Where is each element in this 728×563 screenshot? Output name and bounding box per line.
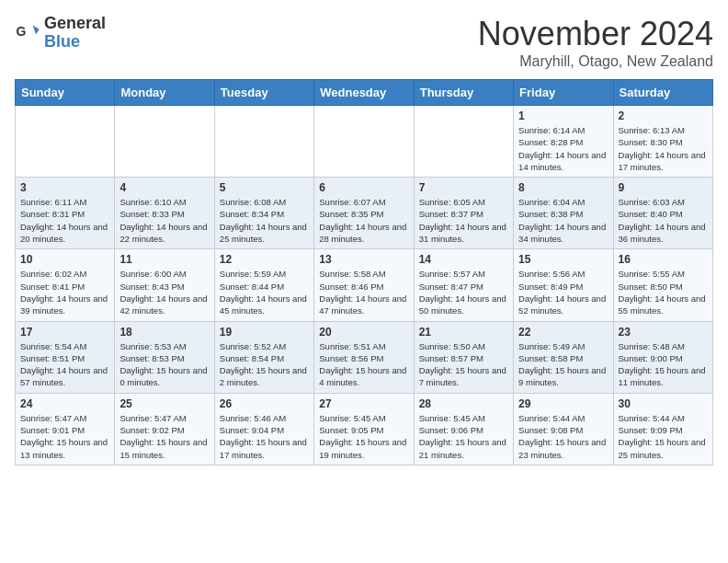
calendar-cell: 24Sunrise: 5:47 AM Sunset: 9:01 PM Dayli…: [16, 393, 115, 465]
day-info: Sunrise: 6:13 AM Sunset: 8:30 PM Dayligh…: [619, 124, 708, 173]
calendar-cell: 30Sunrise: 5:44 AM Sunset: 9:09 PM Dayli…: [613, 393, 712, 465]
day-info: Sunrise: 5:47 AM Sunset: 9:01 PM Dayligh…: [20, 412, 109, 461]
calendar-cell: [115, 106, 214, 178]
day-number: 23: [619, 326, 708, 339]
day-info: Sunrise: 5:57 AM Sunset: 8:47 PM Dayligh…: [419, 268, 508, 316]
day-info: Sunrise: 5:56 AM Sunset: 8:49 PM Dayligh…: [518, 268, 608, 316]
day-info: Sunrise: 6:10 AM Sunset: 8:33 PM Dayligh…: [119, 196, 209, 245]
calendar-cell: 4Sunrise: 6:10 AM Sunset: 8:33 PM Daylig…: [115, 178, 214, 249]
day-number: 10: [20, 253, 109, 266]
day-info: Sunrise: 6:03 AM Sunset: 8:40 PM Dayligh…: [619, 196, 708, 245]
day-info: Sunrise: 5:51 AM Sunset: 8:56 PM Dayligh…: [319, 340, 408, 389]
month-title: November 2024: [478, 15, 713, 53]
day-number: 24: [20, 397, 109, 410]
day-info: Sunrise: 6:08 AM Sunset: 8:34 PM Dayligh…: [220, 196, 309, 245]
day-number: 25: [119, 397, 209, 410]
day-info: Sunrise: 5:48 AM Sunset: 9:00 PM Dayligh…: [619, 340, 708, 389]
day-number: 22: [518, 326, 608, 339]
day-info: Sunrise: 5:52 AM Sunset: 8:54 PM Dayligh…: [220, 340, 309, 389]
calendar-cell: [314, 106, 414, 178]
day-number: 5: [220, 181, 309, 194]
day-info: Sunrise: 5:49 AM Sunset: 8:58 PM Dayligh…: [518, 340, 608, 389]
day-info: Sunrise: 5:50 AM Sunset: 8:57 PM Dayligh…: [419, 340, 508, 389]
day-number: 7: [419, 181, 508, 194]
calendar-cell: [16, 106, 115, 178]
calendar-week-2: 3Sunrise: 6:11 AM Sunset: 8:31 PM Daylig…: [16, 178, 713, 249]
header-monday: Monday: [115, 80, 214, 106]
calendar-cell: 28Sunrise: 5:45 AM Sunset: 9:06 PM Dayli…: [414, 393, 513, 465]
calendar-cell: 20Sunrise: 5:51 AM Sunset: 8:56 PM Dayli…: [314, 321, 414, 393]
calendar-cell: 19Sunrise: 5:52 AM Sunset: 8:54 PM Dayli…: [214, 321, 313, 393]
day-info: Sunrise: 6:02 AM Sunset: 8:41 PM Dayligh…: [20, 268, 109, 316]
logo-line2: Blue: [44, 33, 106, 52]
day-number: 15: [518, 253, 608, 266]
calendar-table: SundayMondayTuesdayWednesdayThursdayFrid…: [15, 79, 713, 465]
header-tuesday: Tuesday: [214, 80, 313, 106]
day-info: Sunrise: 6:07 AM Sunset: 8:35 PM Dayligh…: [319, 196, 408, 245]
day-info: Sunrise: 5:53 AM Sunset: 8:53 PM Dayligh…: [119, 340, 209, 389]
calendar-cell: 29Sunrise: 5:44 AM Sunset: 9:08 PM Dayli…: [514, 393, 613, 465]
calendar-week-4: 17Sunrise: 5:54 AM Sunset: 8:51 PM Dayli…: [16, 321, 713, 393]
calendar-cell: 18Sunrise: 5:53 AM Sunset: 8:53 PM Dayli…: [115, 321, 214, 393]
day-number: 17: [20, 326, 109, 339]
day-number: 6: [319, 181, 408, 194]
title-section: November 2024 Maryhill, Otago, New Zeala…: [478, 15, 713, 70]
calendar-cell: 25Sunrise: 5:47 AM Sunset: 9:02 PM Dayli…: [115, 393, 214, 465]
calendar-cell: 9Sunrise: 6:03 AM Sunset: 8:40 PM Daylig…: [613, 178, 712, 249]
calendar-cell: 15Sunrise: 5:56 AM Sunset: 8:49 PM Dayli…: [514, 249, 613, 321]
calendar-cell: 27Sunrise: 5:45 AM Sunset: 9:05 PM Dayli…: [314, 393, 414, 465]
calendar-cell: 22Sunrise: 5:49 AM Sunset: 8:58 PM Dayli…: [514, 321, 613, 393]
svg-marker-1: [33, 25, 40, 34]
day-info: Sunrise: 5:45 AM Sunset: 9:06 PM Dayligh…: [419, 412, 508, 461]
logo-icon: G: [15, 20, 40, 46]
day-info: Sunrise: 5:58 AM Sunset: 8:46 PM Dayligh…: [319, 268, 408, 316]
day-info: Sunrise: 6:04 AM Sunset: 8:38 PM Dayligh…: [518, 196, 608, 245]
day-info: Sunrise: 6:11 AM Sunset: 8:31 PM Dayligh…: [20, 196, 109, 245]
logo-text: General Blue: [44, 15, 106, 52]
day-number: 8: [518, 181, 608, 194]
day-number: 28: [419, 397, 508, 410]
day-number: 13: [319, 253, 408, 266]
header-saturday: Saturday: [613, 80, 712, 106]
calendar-cell: 10Sunrise: 6:02 AM Sunset: 8:41 PM Dayli…: [16, 249, 115, 321]
day-number: 9: [619, 181, 708, 194]
calendar-week-1: 1Sunrise: 6:14 AM Sunset: 8:28 PM Daylig…: [16, 106, 713, 178]
calendar-cell: 21Sunrise: 5:50 AM Sunset: 8:57 PM Dayli…: [414, 321, 513, 393]
header-sunday: Sunday: [16, 80, 115, 106]
calendar-cell: 2Sunrise: 6:13 AM Sunset: 8:30 PM Daylig…: [613, 106, 712, 178]
day-number: 21: [419, 326, 508, 339]
calendar-cell: 17Sunrise: 5:54 AM Sunset: 8:51 PM Dayli…: [16, 321, 115, 393]
day-info: Sunrise: 6:00 AM Sunset: 8:43 PM Dayligh…: [119, 268, 209, 316]
day-number: 3: [20, 181, 109, 194]
day-number: 4: [119, 181, 209, 194]
day-info: Sunrise: 5:59 AM Sunset: 8:44 PM Dayligh…: [220, 268, 309, 316]
day-info: Sunrise: 5:55 AM Sunset: 8:50 PM Dayligh…: [619, 268, 708, 316]
calendar-cell: 1Sunrise: 6:14 AM Sunset: 8:28 PM Daylig…: [514, 106, 613, 178]
calendar-cell: 5Sunrise: 6:08 AM Sunset: 8:34 PM Daylig…: [214, 178, 313, 249]
day-info: Sunrise: 6:05 AM Sunset: 8:37 PM Dayligh…: [419, 196, 508, 245]
day-number: 16: [619, 253, 708, 266]
day-number: 18: [119, 326, 209, 339]
logo: G General Blue: [15, 15, 106, 52]
day-number: 27: [319, 397, 408, 410]
day-number: 30: [619, 397, 708, 410]
day-number: 29: [518, 397, 608, 410]
day-number: 14: [419, 253, 508, 266]
calendar-cell: 13Sunrise: 5:58 AM Sunset: 8:46 PM Dayli…: [314, 249, 414, 321]
location-title: Maryhill, Otago, New Zealand: [478, 53, 713, 70]
calendar-cell: 7Sunrise: 6:05 AM Sunset: 8:37 PM Daylig…: [414, 178, 513, 249]
page-header: G General Blue November 2024 Maryhill, O…: [15, 15, 713, 70]
day-number: 20: [319, 326, 408, 339]
calendar-cell: 16Sunrise: 5:55 AM Sunset: 8:50 PM Dayli…: [613, 249, 712, 321]
day-number: 12: [220, 253, 309, 266]
calendar-cell: [214, 106, 313, 178]
logo-line1: General: [44, 15, 106, 33]
calendar-cell: 3Sunrise: 6:11 AM Sunset: 8:31 PM Daylig…: [16, 178, 115, 249]
day-number: 2: [619, 109, 708, 122]
day-number: 26: [220, 397, 309, 410]
calendar-cell: 6Sunrise: 6:07 AM Sunset: 8:35 PM Daylig…: [314, 178, 414, 249]
calendar-cell: 11Sunrise: 6:00 AM Sunset: 8:43 PM Dayli…: [115, 249, 214, 321]
calendar-week-5: 24Sunrise: 5:47 AM Sunset: 9:01 PM Dayli…: [16, 393, 713, 465]
day-info: Sunrise: 5:54 AM Sunset: 8:51 PM Dayligh…: [20, 340, 109, 389]
calendar-header-row: SundayMondayTuesdayWednesdayThursdayFrid…: [16, 80, 713, 106]
